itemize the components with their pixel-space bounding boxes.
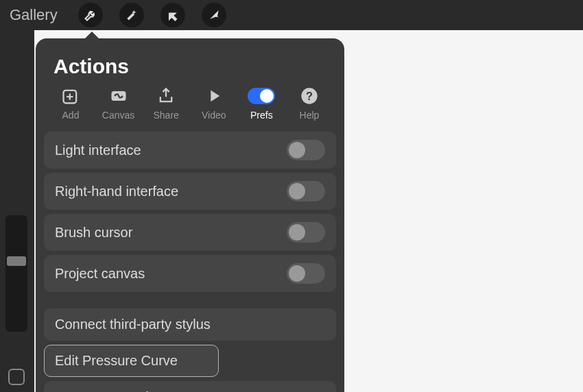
tab-prefs[interactable]: Prefs [239, 88, 284, 121]
prefs-icon [248, 88, 275, 104]
help-icon: ? [300, 88, 319, 104]
gallery-button[interactable]: Gallery [10, 6, 58, 24]
tab-canvas-label: Canvas [102, 110, 134, 121]
row-right-hand-interface[interactable]: Right-hand interface [44, 173, 336, 210]
actions-tabs: Add Canvas Share Video Prefs ? [36, 88, 344, 132]
left-sidebar [0, 30, 34, 392]
light-interface-label: Light interface [55, 143, 141, 158]
tab-add-label: Add [62, 110, 80, 121]
edit-pressure-label: Edit Pressure Curve [55, 353, 178, 369]
row-light-interface[interactable]: Light interface [44, 132, 336, 169]
tab-help[interactable]: ? Help [287, 88, 332, 121]
brush-size-slider-thumb[interactable] [7, 256, 26, 266]
row-gesture-controls[interactable]: Gesture controls [44, 381, 336, 392]
topbar: Gallery [0, 0, 583, 30]
actions-popover: Actions Add Canvas Share Video [36, 38, 344, 392]
tab-canvas[interactable]: Canvas [96, 88, 141, 121]
svg-text:?: ? [306, 90, 313, 102]
wrench-icon[interactable] [78, 3, 103, 27]
gesture-controls-label: Gesture controls [55, 389, 156, 392]
video-icon [204, 88, 224, 104]
connect-stylus-label: Connect third-party stylus [55, 317, 211, 332]
project-canvas-label: Project canvas [55, 266, 145, 282]
tab-share[interactable]: Share [143, 88, 189, 121]
brush-cursor-toggle[interactable] [287, 222, 325, 243]
wand-icon[interactable] [119, 3, 144, 27]
row-edit-pressure-curve[interactable]: Edit Pressure Curve [44, 345, 219, 377]
brush-cursor-label: Brush cursor [55, 225, 132, 241]
selection-icon[interactable] [160, 3, 185, 27]
tab-help-label: Help [300, 110, 320, 121]
row-brush-cursor[interactable]: Brush cursor [44, 214, 336, 251]
share-icon [156, 88, 176, 104]
row-connect-stylus[interactable]: Connect third-party stylus [44, 308, 336, 341]
prefs-list: Light interface Right-hand interface Bru… [36, 132, 344, 392]
add-icon [61, 88, 80, 104]
tab-share-label: Share [154, 110, 179, 121]
tab-video-label: Video [202, 110, 226, 121]
tab-video[interactable]: Video [191, 88, 237, 121]
project-canvas-toggle[interactable] [287, 263, 325, 284]
light-interface-toggle[interactable] [287, 140, 325, 160]
right-hand-toggle[interactable] [287, 181, 325, 201]
tab-add[interactable]: Add [48, 88, 93, 121]
right-hand-label: Right-hand interface [55, 184, 178, 199]
popover-title: Actions [36, 38, 344, 88]
undo-button[interactable] [8, 369, 25, 385]
row-project-canvas[interactable]: Project canvas [44, 255, 336, 292]
canvas-icon [109, 88, 128, 104]
tab-prefs-label: Prefs [250, 110, 273, 121]
brush-size-slider-track[interactable] [5, 215, 27, 332]
arrow-icon[interactable] [202, 3, 226, 27]
